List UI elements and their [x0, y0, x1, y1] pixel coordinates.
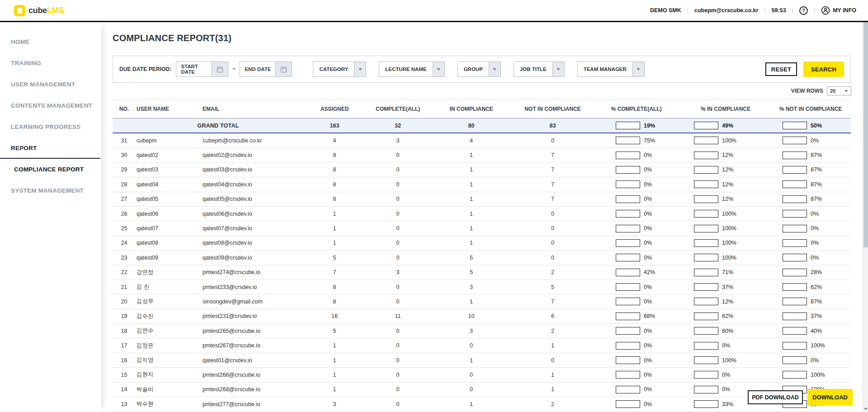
- group-dropdown[interactable]: GROUP: [458, 62, 501, 77]
- cube-logo-icon: [14, 5, 25, 16]
- sidebar-item-home[interactable]: HOME: [0, 31, 101, 52]
- tenant-name: DEMO SMK: [650, 7, 681, 14]
- table-row: 17 김정은 pmtest267@crscube.io 1 0 0 1 0% 0…: [113, 338, 851, 353]
- table-row: 14 박솔비 pmtest268@crscube.io 1 0 0 1 0% 0…: [113, 383, 851, 397]
- assigned-count: 8: [301, 166, 368, 173]
- team-manager-dropdown[interactable]: TEAM MANAGER: [577, 62, 645, 77]
- not-in-compliance-count: 5: [515, 284, 590, 290]
- calendar-icon[interactable]: [275, 62, 292, 76]
- col-header-user-name: USER NAME: [136, 106, 203, 112]
- progress-bar: [616, 298, 640, 305]
- row-number: 26: [113, 211, 136, 217]
- user-name: 김 진: [136, 283, 203, 291]
- view-rows-label: VIEW ROWS: [791, 88, 823, 94]
- user-email: pmtest265@crscube.io: [203, 328, 301, 334]
- progress-value: 0%: [811, 357, 819, 364]
- progress-bar: [694, 254, 718, 261]
- progress-bar: [694, 356, 718, 364]
- complete-all-count: 0: [368, 328, 427, 334]
- not-in-compliance-count: 2: [515, 328, 590, 334]
- sidebar-item-report[interactable]: REPORT: [0, 137, 100, 159]
- progress-bar: [783, 225, 807, 232]
- row-number: 20: [113, 298, 136, 305]
- start-date-input[interactable]: START DATE: [176, 62, 228, 77]
- user-name: qatest09: [136, 255, 203, 261]
- assigned-count: 8: [301, 298, 368, 305]
- sidebar-item-user-management[interactable]: USER MANAGEMENT: [0, 74, 101, 95]
- chevron-down-icon: [552, 62, 564, 76]
- progress-value: 75%: [644, 137, 655, 144]
- progress-bar: [694, 225, 718, 232]
- assigned-count: 1: [301, 342, 368, 349]
- in-compliance-count: 10: [427, 313, 515, 319]
- not-in-compliance-count: 6: [515, 313, 590, 319]
- progress-value: 12%: [722, 152, 733, 158]
- user-email: pmtest274@crscube.io: [203, 269, 301, 275]
- not-in-compliance-count: 7: [515, 298, 590, 305]
- view-rows-control: VIEW ROWS 20: [101, 86, 851, 96]
- pct-not-in-compliance-bar: 87%: [769, 195, 853, 203]
- download-button[interactable]: DOWNLOAD: [807, 389, 853, 406]
- my-info-button[interactable]: MY INFO: [821, 6, 856, 15]
- pct-complete-bar: 0%: [590, 180, 683, 188]
- category-dropdown[interactable]: CATEGORY: [313, 62, 366, 77]
- row-number: 13: [113, 401, 136, 407]
- progress-value: 0%: [644, 386, 652, 393]
- scrollbar-thumb[interactable]: [863, 22, 868, 247]
- user-name: 김지영: [136, 356, 203, 364]
- lecture-name-dropdown[interactable]: LECTURE NAME: [379, 62, 444, 77]
- row-number: 21: [113, 284, 136, 290]
- complete-all-count: 0: [368, 240, 427, 246]
- pct-in-compliance-bar: 12%: [683, 195, 769, 203]
- not-in-compliance-count: 2: [515, 269, 590, 275]
- assigned-count: 1: [301, 372, 368, 378]
- person-icon: [821, 6, 830, 15]
- progress-bar: [616, 386, 640, 393]
- progress-bar: [616, 225, 640, 232]
- progress-value: 19%: [644, 123, 655, 129]
- progress-value: 100%: [722, 255, 736, 261]
- progress-bar: [694, 298, 718, 305]
- progress-value: 42%: [644, 269, 655, 275]
- not-in-compliance-count: 0: [515, 225, 590, 232]
- complete-all-count: 3: [368, 269, 427, 275]
- progress-value: 0%: [722, 372, 730, 378]
- job-title-dropdown[interactable]: JOB TITLE: [514, 62, 565, 77]
- progress-bar: [616, 137, 640, 144]
- report-table-body: 31 cubepm cubepm@crscube.co.kr 4 3 4 0 7…: [113, 133, 851, 412]
- row-number: 15: [113, 372, 136, 378]
- sidebar-item-compliance-report[interactable]: COMPLIANCE REPORT: [0, 159, 101, 180]
- pct-in-compliance-bar: 60%: [683, 327, 769, 335]
- table-row: 22 강연정 pmtest274@crscube.io 7 3 5 2 42% …: [113, 265, 851, 280]
- row-number: 25: [113, 225, 136, 232]
- vertical-scrollbar[interactable]: [863, 22, 868, 412]
- table-row: 28 qatest04 qatest04@crsdev.io 8 0 1 7 0…: [113, 177, 851, 192]
- user-email: qatest01@crsdev.io: [203, 357, 301, 364]
- pct-complete-bar: 0%: [590, 342, 683, 350]
- user-email: qatest05@crsdev.io: [203, 196, 301, 202]
- search-button[interactable]: SEARCH: [803, 62, 844, 77]
- table-row: 18 김연수 pmtest265@crscube.io 5 0 3 2 0% 6…: [113, 324, 851, 338]
- progress-bar: [616, 283, 640, 291]
- progress-value: 49%: [722, 123, 733, 129]
- reset-button[interactable]: RESET: [765, 62, 797, 76]
- end-date-input[interactable]: END DATE: [240, 62, 292, 77]
- progress-bar: [783, 283, 807, 291]
- app-logo[interactable]: cubeLMS: [14, 5, 64, 16]
- sidebar-item-training[interactable]: TRAINING: [0, 52, 101, 74]
- pct-not-in-compliance-bar: 0%: [769, 137, 853, 144]
- pct-in-compliance-bar: 100%: [683, 137, 769, 144]
- user-email: qatest06@crsdev.io: [203, 211, 301, 217]
- pdf-download-button[interactable]: PDF DOWNLOAD: [748, 390, 803, 404]
- progress-value: 12%: [722, 196, 733, 202]
- calendar-icon[interactable]: [212, 62, 228, 76]
- progress-bar: [694, 342, 718, 350]
- help-icon[interactable]: ?: [799, 6, 808, 15]
- col-header-pct-complete-all: % COMPLETE(ALL): [590, 106, 683, 112]
- sidebar-item-contents-management[interactable]: CONTENTS MANAGEMENT: [0, 95, 101, 116]
- sidebar-item-system-management[interactable]: SYSTEM MANAGEMENT: [0, 180, 101, 201]
- not-in-compliance-count: 0: [515, 211, 590, 217]
- scrollbar-down-arrow[interactable]: [864, 408, 868, 410]
- sidebar-item-learning-progress[interactable]: LEARNING PROGRESS: [0, 116, 101, 137]
- view-rows-select[interactable]: 20: [827, 86, 851, 95]
